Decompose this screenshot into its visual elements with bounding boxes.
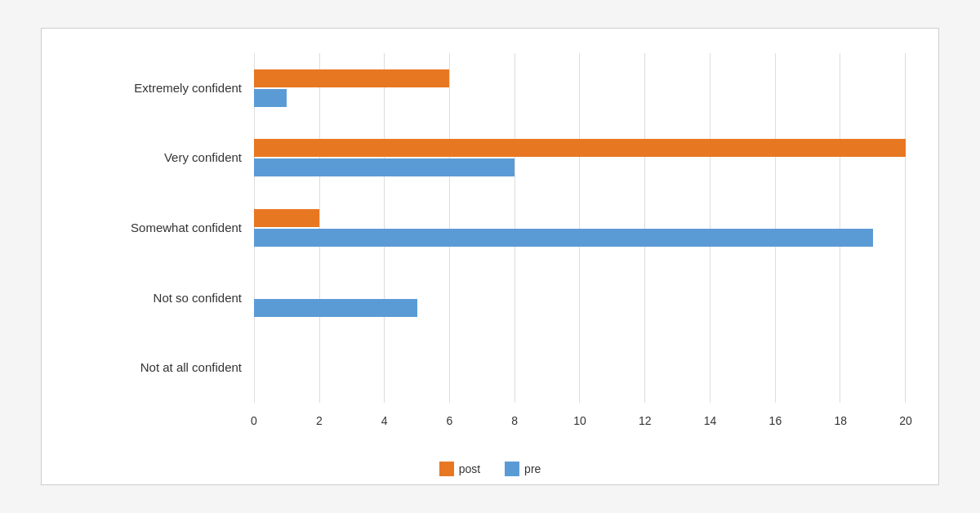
legend-pre: pre [505,462,541,476]
bar-post-wrap-1 [254,139,906,157]
y-label-very-confident: Very confident [74,150,242,165]
bar-post-2 [254,209,319,227]
x-label-18: 18 [834,414,847,427]
bar-pre-wrap-3 [254,299,906,317]
y-axis-labels: Extremely confident Very confident Somew… [74,53,254,427]
chart-area: Extremely confident Very confident Somew… [74,53,906,427]
legend-post-label: post [459,462,480,475]
x-label-4: 4 [381,414,388,427]
x-label-6: 6 [446,414,452,427]
bar-post-0 [254,69,449,87]
x-axis: 02468101214161820 [254,403,906,427]
bar-group-1 [254,133,906,182]
bar-pre-wrap-2 [254,229,906,247]
x-label-12: 12 [639,414,652,427]
y-label-somewhat-confident: Somewhat confident [74,221,242,235]
legend: post pre [42,453,938,476]
x-label-16: 16 [769,414,782,427]
bar-pre-0 [254,89,287,107]
x-label-8: 8 [511,414,518,427]
bar-post-wrap-3 [254,279,906,297]
bar-pre-wrap-1 [254,158,906,176]
legend-pre-label: pre [524,462,541,475]
y-label-extremely-confident: Extremely confident [74,81,242,96]
bars-and-grid: 02468101214161820 [254,53,906,427]
bar-pre-3 [254,299,417,317]
bar-post-wrap-4 [254,349,906,367]
bar-pre-wrap-0 [254,89,906,107]
chart-container: Extremely confident Very confident Somew… [41,28,939,485]
x-label-14: 14 [704,414,717,427]
bar-group-4 [254,343,906,392]
bar-group-2 [254,203,906,252]
bar-pre-1 [254,158,514,176]
y-label-not-at-all-confident: Not at all confident [74,360,242,375]
legend-post: post [439,462,480,476]
bar-post-wrap-2 [254,209,906,227]
bar-group-3 [254,274,906,323]
bar-pre-wrap-4 [254,368,906,386]
x-label-2: 2 [316,414,323,427]
bar-post-wrap-0 [254,69,906,87]
x-label-10: 10 [573,414,586,427]
legend-pre-swatch [505,462,519,476]
bar-group-0 [254,64,906,113]
bar-post-1 [254,139,906,157]
x-label-20: 20 [899,414,912,427]
bar-pre-2 [254,229,873,247]
bar-rows [254,53,906,403]
y-label-not-so-confident: Not so confident [74,291,242,306]
legend-post-swatch [439,462,454,476]
x-label-0: 0 [251,414,257,427]
grid-and-bars: 02468101214161820 [254,53,906,427]
